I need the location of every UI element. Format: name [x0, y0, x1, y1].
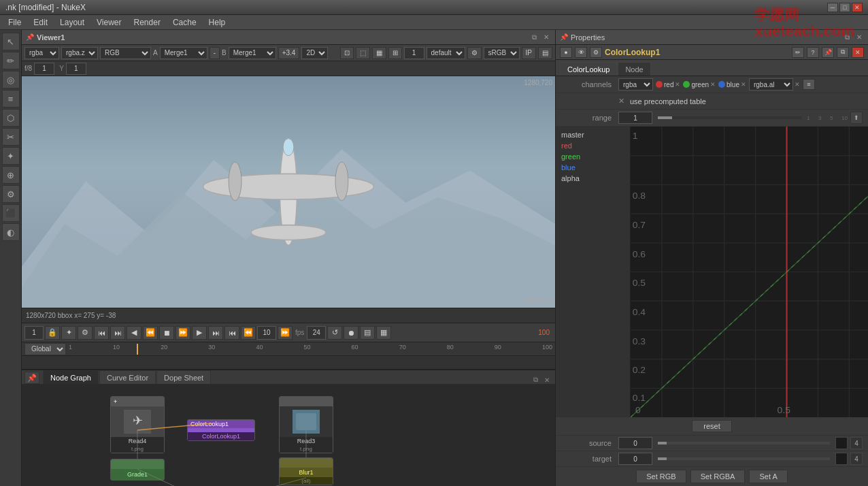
input-b-select[interactable]: Merge1 — [229, 47, 276, 59]
colorspace-select[interactable]: sRGB linear — [484, 47, 520, 59]
node-grade1[interactable]: Grade1 — [110, 459, 165, 481]
next-keyframe-btn[interactable]: ⏭ — [208, 326, 223, 340]
toolbar-transform[interactable]: ✦ — [2, 147, 20, 165]
ch-red-x[interactable]: ✕ — [675, 81, 680, 88]
lock-btn[interactable]: 🔒 — [45, 326, 60, 340]
loop-btn[interactable]: ↺ — [327, 326, 342, 340]
gain-input[interactable] — [404, 47, 424, 59]
stop-btn[interactable]: ⏹ — [159, 326, 174, 340]
fwdstep-btn[interactable]: ⏩ — [176, 326, 190, 340]
ch-alpha-x[interactable]: ✕ — [795, 81, 800, 88]
backstep-btn[interactable]: ⏪ — [143, 326, 158, 340]
minimize-button[interactable]: ─ — [827, 3, 838, 12]
frame-input[interactable] — [24, 326, 44, 340]
icon-bbox[interactable]: ⬚ — [356, 47, 370, 59]
node-blur1[interactable]: Blur1 (all) — [279, 457, 333, 485]
frame-skip-input[interactable] — [257, 326, 276, 340]
menu-help[interactable]: Help — [203, 16, 231, 29]
maximize-button[interactable]: □ — [839, 3, 850, 12]
tab-node-graph[interactable]: Node Graph — [43, 370, 99, 384]
menu-layout[interactable]: Layout — [54, 16, 90, 29]
ch-green-x[interactable]: ✕ — [710, 81, 716, 88]
node-read3[interactable]: Read3 t.png — [279, 396, 333, 453]
curve-graph[interactable]: 1 0.8 0.7 0.6 0.5 0.4 0.3 0.2 0.1 — [631, 127, 868, 417]
minus-btn[interactable]: - — [210, 47, 220, 59]
prop-float-btn[interactable]: ⧉ — [843, 33, 852, 42]
target-input[interactable] — [618, 453, 652, 465]
prop-pin2-btn[interactable]: 📌 — [822, 47, 834, 58]
curve-master[interactable]: master — [556, 129, 630, 140]
prev-keyframe-btn[interactable]: ⏭ — [110, 326, 125, 340]
icon-settings[interactable]: ⚙ — [467, 47, 482, 59]
settings-btn[interactable]: ⚙ — [78, 326, 93, 340]
toolbar-black[interactable]: ⬛ — [2, 204, 20, 222]
tab-node[interactable]: Node — [618, 62, 650, 76]
source-channels-btn[interactable]: 4 — [850, 437, 863, 449]
prop-gear-btn[interactable]: ⚙ — [590, 47, 602, 58]
menu-file[interactable]: File — [3, 16, 27, 29]
target-color-swatch[interactable] — [835, 453, 848, 465]
channels-value-select[interactable]: rgba rgb alpha — [618, 78, 653, 91]
source-slider[interactable] — [658, 442, 830, 444]
toolbar-shape[interactable]: ⬡ — [2, 109, 20, 127]
icon-channels[interactable]: ▦ — [372, 47, 386, 59]
curve-red[interactable]: red — [556, 140, 630, 151]
node-colorlookup1[interactable]: ColorLookup1 ColorLookup1 — [187, 419, 255, 441]
zoom-btn[interactable]: +3.4 — [278, 47, 300, 59]
set-rgba-button[interactable]: Set RGBA — [690, 470, 746, 483]
range-slider[interactable] — [658, 116, 801, 119]
source-color-swatch[interactable] — [835, 437, 848, 449]
viewer-float-btn[interactable]: ⧉ — [530, 33, 539, 42]
icon-fit[interactable]: ⊡ — [340, 47, 354, 59]
alpha-channel-select[interactable]: rgba.al — [749, 78, 793, 91]
view-mode-select[interactable]: 2D 3D — [301, 47, 328, 59]
fps-input[interactable] — [307, 326, 326, 340]
skip-fwd-btn[interactable]: ⏩ — [278, 326, 293, 340]
menu-viewer[interactable]: Viewer — [91, 16, 127, 29]
prop-enable-btn[interactable]: ● — [560, 47, 572, 58]
tab-colorlookup[interactable]: ColorLookup — [560, 62, 617, 76]
range-expand-icon[interactable]: ⬆ — [850, 112, 863, 124]
last-frame-btn[interactable]: ⏮ — [224, 326, 239, 340]
prop-edit-btn[interactable]: ✏ — [792, 47, 804, 58]
toolbar-settings[interactable]: ⚙ — [2, 185, 20, 203]
set-a-button[interactable]: Set A — [749, 470, 787, 483]
source-input[interactable] — [618, 437, 652, 449]
toolbar-layers[interactable]: ⊕ — [2, 166, 20, 184]
menu-render[interactable]: Render — [129, 16, 166, 29]
target-slider[interactable] — [658, 457, 830, 460]
prop-expand-btn[interactable]: ⧉ — [837, 47, 849, 58]
node-graph[interactable]: + ✈ Read4 t.png ColorLookup1 Colo — [22, 384, 555, 486]
gamma-input[interactable] — [34, 63, 54, 75]
extra-btn[interactable]: ▦ — [376, 326, 391, 340]
prop-close-btn[interactable]: ✕ — [854, 33, 864, 41]
playhead[interactable] — [137, 344, 138, 355]
colormode-select[interactable]: RGB Luminance — [100, 47, 151, 59]
bottom-pin-icon[interactable]: 📌 — [24, 372, 39, 384]
channels-select[interactable]: rgba rgb alpha — [24, 47, 59, 59]
viewer-canvas[interactable]: 1280,720 (1280x720) — [22, 76, 555, 308]
ch-add-btn[interactable]: ≡ — [803, 79, 815, 90]
prop-close2-btn[interactable]: ✕ — [852, 47, 864, 58]
anim-btn[interactable]: ✦ — [61, 326, 76, 340]
preview-btn[interactable]: ▤ — [360, 326, 375, 340]
bottom-close-btn[interactable]: ✕ — [541, 376, 552, 384]
tab-curve-editor[interactable]: Curve Editor — [99, 370, 156, 384]
toolbar-paint[interactable]: ✏ — [2, 52, 20, 69]
menu-cache[interactable]: Cache — [167, 16, 202, 29]
curve-blue[interactable]: blue — [556, 162, 630, 173]
toolbar-lines[interactable]: ≡ — [2, 90, 20, 108]
close-button[interactable]: ✕ — [852, 3, 863, 12]
global-select[interactable]: Global Local — [24, 343, 66, 355]
toolbar-select[interactable]: ↖ — [2, 33, 20, 50]
prop-info-btn[interactable]: ? — [807, 47, 819, 58]
curve-green[interactable]: green — [556, 151, 630, 162]
reset-button[interactable]: reset — [692, 420, 731, 432]
step-back-btn[interactable]: ◀ — [127, 326, 141, 340]
icon-extra[interactable]: ▤ — [538, 47, 552, 59]
lut-select[interactable]: default sRGB linear — [427, 47, 465, 59]
skip-back-btn[interactable]: ⏪ — [241, 326, 256, 340]
bottom-float-btn[interactable]: ⧉ — [531, 376, 541, 384]
precomputed-x[interactable]: ✕ — [618, 97, 624, 106]
range-input[interactable] — [618, 112, 652, 124]
